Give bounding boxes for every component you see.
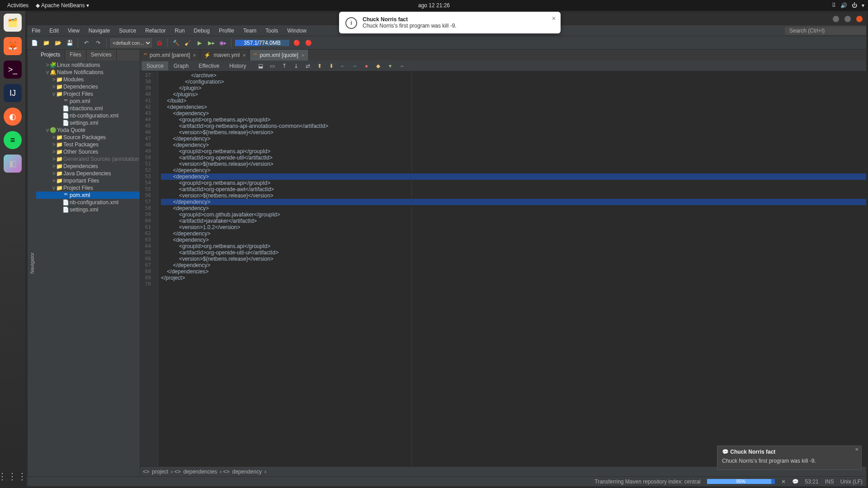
notif-icon-1[interactable]: 🔴 xyxy=(292,38,301,47)
dock-apps-grid[interactable]: ⋮⋮⋮ xyxy=(0,471,28,482)
run-config-select[interactable]: <default con... xyxy=(110,38,152,47)
dock-postman[interactable]: ◐ xyxy=(4,108,22,126)
ed-icon[interactable]: ◆ xyxy=(374,61,383,70)
tree-node[interactable]: >📁Dependencies xyxy=(36,83,140,90)
tree-node[interactable]: ᵐpom.xml xyxy=(36,192,140,199)
editor-tab[interactable]: ᵐpom.xml [quote]✕ xyxy=(250,50,308,61)
tree-node[interactable]: >📁Test Packages xyxy=(36,141,140,148)
ed-icon[interactable]: ← xyxy=(339,61,348,70)
profile-icon[interactable]: ◉▸ xyxy=(218,38,227,47)
services-tab[interactable]: Services xyxy=(86,50,117,61)
tree-node[interactable]: >🧩Linux notifications xyxy=(36,61,140,69)
notifications-icon[interactable]: 💬 xyxy=(792,479,799,485)
notif-icon-2[interactable]: 🔴 xyxy=(304,38,313,47)
new-file-icon[interactable]: 📄 xyxy=(30,38,39,47)
ed-icon[interactable]: ⤓ xyxy=(292,61,301,70)
menu-navigate[interactable]: Navigate xyxy=(84,28,114,34)
editor-tab[interactable]: ᵐpom.xml [parent]✕ xyxy=(140,50,200,61)
menu-profile[interactable]: Profile xyxy=(214,28,239,34)
code-editor[interactable]: 37 38 39 40 41 42 43 44 45 46 47 48 49 5… xyxy=(140,71,866,466)
tree-node[interactable]: 📄settings.xml xyxy=(36,119,140,127)
menu-file[interactable]: File xyxy=(27,28,45,34)
ed-icon[interactable]: → xyxy=(350,61,359,70)
run-icon[interactable]: ▶ xyxy=(195,38,204,47)
tree-node[interactable]: 📄settings.xml xyxy=(36,206,140,213)
undo-icon[interactable]: ↶ xyxy=(82,38,91,47)
close-tab-icon[interactable]: ✕ xyxy=(301,53,305,58)
subtab-source[interactable]: Source xyxy=(142,61,168,70)
ed-icon[interactable]: ▭ xyxy=(268,61,277,70)
ed-icon[interactable]: ● xyxy=(362,61,371,70)
ed-icon[interactable]: ⇄ xyxy=(303,61,312,70)
open-icon[interactable]: 📂 xyxy=(53,38,62,47)
close-tab-icon[interactable]: ✕ xyxy=(242,53,246,58)
dock-intellij[interactable]: IJ xyxy=(4,84,22,102)
dock-firefox[interactable]: 🦊 xyxy=(4,37,22,55)
menu-team[interactable]: Team xyxy=(239,28,261,34)
clean-build-icon[interactable]: 🧹 xyxy=(183,38,192,47)
ed-icon[interactable]: ▾ xyxy=(386,61,395,70)
caret-down-icon[interactable]: ▾ xyxy=(862,2,864,9)
close-tab-icon[interactable]: ✕ xyxy=(193,53,196,58)
tree-node[interactable]: >📁Important Files xyxy=(36,177,140,184)
debug-icon[interactable]: ▶▸ xyxy=(207,38,216,47)
crumb[interactable]: project xyxy=(152,469,168,475)
close-button[interactable] xyxy=(856,16,863,22)
ed-icon[interactable]: → xyxy=(397,61,406,70)
ide-notification[interactable]: ✕ 💬 Chuck Norris fact Chuck Norris's fir… xyxy=(717,446,862,470)
tree-node[interactable]: v📁Project Files xyxy=(36,184,140,192)
tree-node[interactable]: >📁Other Sources xyxy=(36,148,140,155)
new-project-icon[interactable]: 📁 xyxy=(42,38,51,47)
tree-node[interactable]: 📄nb-configuration.xml xyxy=(36,112,140,119)
tree-node[interactable]: 📄nbactions.xml xyxy=(36,105,140,112)
app-menu[interactable]: ◆ Apache NetBeans ▾ xyxy=(32,2,93,9)
maximize-button[interactable] xyxy=(844,16,851,22)
system-notification[interactable]: i Chuck Norris fact Chuck Norris's first… xyxy=(339,12,561,33)
ed-icon[interactable]: ⬆ xyxy=(315,61,324,70)
tree-node[interactable]: >📁Source Packages xyxy=(36,134,140,141)
bug-icon[interactable]: 🐞 xyxy=(155,38,164,47)
ed-icon[interactable]: ⤒ xyxy=(280,61,289,70)
redo-icon[interactable]: ↷ xyxy=(94,38,103,47)
tree-node[interactable]: >📁Modules xyxy=(36,76,140,83)
volume-icon[interactable]: 🔊 xyxy=(840,2,847,9)
code-content[interactable]: </archive> </configuration> </plugin> </… xyxy=(158,71,866,466)
tree-node[interactable]: 📄nb-configuration.xml xyxy=(36,199,140,206)
tree-node[interactable]: v🔔Native Notifications xyxy=(36,69,140,76)
menu-edit[interactable]: Edit xyxy=(45,28,63,34)
crumb[interactable]: dependencies xyxy=(183,469,217,475)
project-tree[interactable]: >🧩Linux notificationsv🔔Native Notificati… xyxy=(36,61,140,476)
build-icon[interactable]: 🔨 xyxy=(171,38,180,47)
tree-node[interactable]: >📁Java Dependencies xyxy=(36,170,140,177)
menu-debug[interactable]: Debug xyxy=(189,28,214,34)
menu-view[interactable]: View xyxy=(63,28,84,34)
dock-files[interactable]: 🗂️ xyxy=(4,14,22,32)
cancel-task-icon[interactable]: ✕ xyxy=(781,479,786,485)
crumb[interactable]: dependency xyxy=(232,469,262,475)
navigator-side-tab[interactable]: Navigator xyxy=(27,50,36,476)
sys-notif-close[interactable]: ✕ xyxy=(552,15,556,22)
power-icon[interactable]: ⏻ xyxy=(852,2,857,9)
menu-window[interactable]: Window xyxy=(283,28,311,34)
menu-run[interactable]: Run xyxy=(170,28,189,34)
save-all-icon[interactable]: 💾 xyxy=(65,38,74,47)
projects-tab[interactable]: Projects xyxy=(36,50,65,61)
memory-meter[interactable]: 357.1/774.0MB xyxy=(235,40,289,46)
subtab-graph[interactable]: Graph xyxy=(169,61,193,70)
tree-node[interactable]: ᵐpom.xml xyxy=(36,98,140,105)
global-search[interactable]: Search (Ctrl+I) xyxy=(785,27,866,35)
ed-icon[interactable]: ⬇ xyxy=(327,61,336,70)
minimize-button[interactable] xyxy=(833,16,839,22)
ide-notif-close[interactable]: ✕ xyxy=(855,447,859,452)
tree-node[interactable]: v📁Project Files xyxy=(36,90,140,98)
subtab-effective[interactable]: Effective xyxy=(194,61,224,70)
tree-node[interactable]: v🟢Yoda Quote xyxy=(36,127,140,134)
subtab-history[interactable]: History xyxy=(225,61,250,70)
dock-spotify[interactable]: ≡ xyxy=(4,131,22,149)
files-tab[interactable]: Files xyxy=(65,50,86,61)
dock-terminal[interactable]: >_ xyxy=(4,61,22,79)
dock-cube[interactable]: ◧ xyxy=(4,155,22,173)
network-icon[interactable]: ⠿ xyxy=(832,2,836,9)
tree-node[interactable]: >📁Generated Sources (annotation xyxy=(36,155,140,163)
menu-tools[interactable]: Tools xyxy=(261,28,283,34)
